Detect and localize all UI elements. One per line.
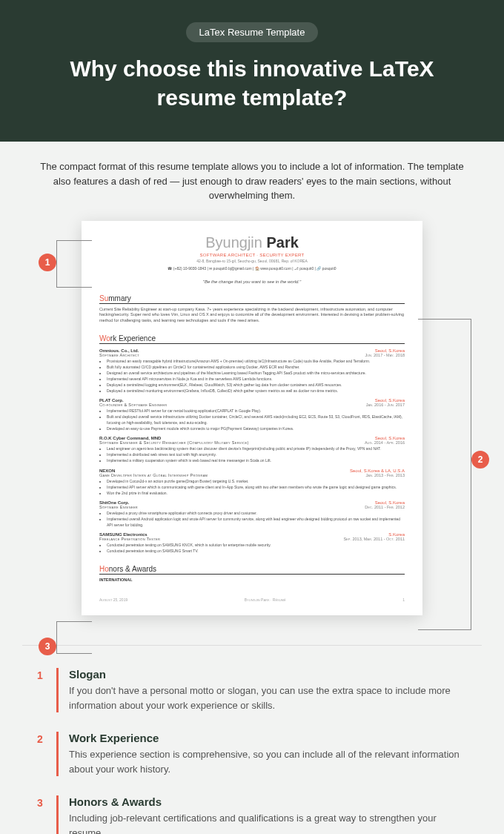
callout-body: This experience section is comprehensive… <box>69 747 467 776</box>
connector-2 <box>418 319 471 630</box>
resume-subtitle: SOFTWARE ARCHITECT · SECURITY EXPERT <box>99 253 405 257</box>
hero-section: LaTex Resume Template Why choose this in… <box>0 0 504 142</box>
callout-title: Slogan <box>69 668 467 681</box>
summary-section: Summary Current Site Reliability Enginee… <box>99 294 405 324</box>
resume-address: 42-8, Bangbae-ro 15-gil, Seocho-gu, Seou… <box>99 259 405 263</box>
honors-section: Honors & Awards INTERNATIONAL <box>99 565 405 583</box>
resume-footer: August 25, 2019 Byungjin Park · Résumé 1 <box>99 598 405 602</box>
job-entry: SAMSUNG ElectronicsS.KoreaFreelance Pene… <box>99 532 405 555</box>
callout-number: 1 <box>37 668 46 712</box>
callouts-section: 1SloganIf you don't have a personal mott… <box>0 646 504 834</box>
job-entry: NEXONSeoul, S.Korea & LA, U.S.AGame Deve… <box>99 469 405 497</box>
connector-3 <box>56 621 92 654</box>
callout-title: Honors & Awards <box>69 795 467 808</box>
marker-3: 3 <box>39 638 56 655</box>
callout-2: 2Work ExperienceThis experience section … <box>37 732 467 776</box>
callout-3: 3Honors & AwardsIncluding job-relevant c… <box>37 795 467 834</box>
resume-name: Byungjin Park <box>99 234 405 251</box>
callout-body: If you don't have a personal motto or sl… <box>69 684 467 712</box>
job-entry: ShitOne Corp.Seoul, S.KoreaSoftware Engi… <box>99 500 405 528</box>
category-pill: LaTex Resume Template <box>186 22 319 42</box>
work-section: Work Experience Omnious. Co., Ltd.Seoul,… <box>99 334 405 555</box>
connector-1 <box>56 240 92 288</box>
preview-area: 1 2 3 Byungjin Park SOFTWARE ARCHITECT ·… <box>0 221 504 646</box>
callout-number: 2 <box>37 732 46 776</box>
job-entry: Omnious. Co., Ltd.Seoul, S.KoreaSoftware… <box>99 348 405 394</box>
intro-text: The compact format of this resume templa… <box>0 142 504 221</box>
resume-contact: ☎ (+82) 10-9030-1843 | ✉ posquit0.bj@gma… <box>99 266 405 271</box>
resume-quote: "Be the change that you want to see in t… <box>99 279 405 284</box>
resume-preview: Byungjin Park SOFTWARE ARCHITECT · SECUR… <box>82 221 422 616</box>
job-entry: PLAT Corp.Seoul, S.KoreaCo-founder & Sof… <box>99 398 405 431</box>
hero-title: Why choose this innovative LaTeX resume … <box>30 54 474 112</box>
callout-1: 1SloganIf you don't have a personal mott… <box>37 668 467 712</box>
callout-body: Including job-relevant certifications an… <box>69 811 467 834</box>
marker-1: 1 <box>39 254 56 271</box>
callout-number: 3 <box>37 795 46 834</box>
job-entry: R.O.K Cyber Command, MNDSeoul, S.KoreaSo… <box>99 436 405 464</box>
marker-2: 2 <box>471 451 489 469</box>
callout-title: Work Experience <box>69 732 467 744</box>
